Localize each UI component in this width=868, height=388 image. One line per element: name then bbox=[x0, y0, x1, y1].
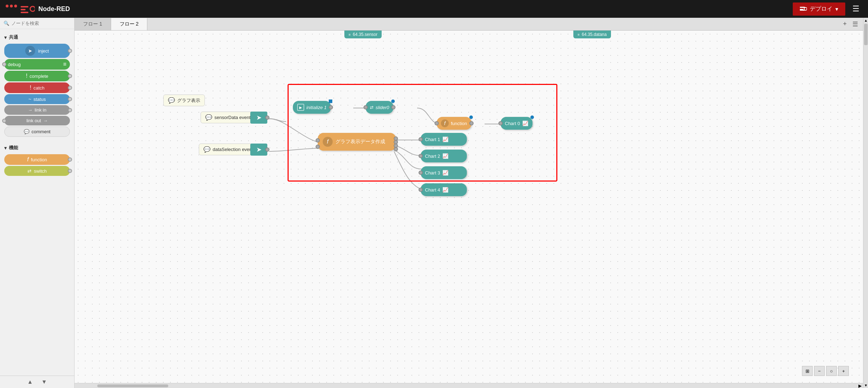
chart2-node[interactable]: Chart 2 📈 bbox=[421, 150, 467, 162]
tab-flow1[interactable]: フロー 1 bbox=[75, 18, 111, 30]
sensor-arrow-node: ➤ bbox=[250, 112, 267, 124]
svg-rect-4 bbox=[800, 7, 805, 8]
canvas-controls: ⊞ − ○ + bbox=[802, 366, 849, 376]
chart1-node[interactable]: Chart 1 📈 bbox=[421, 133, 467, 146]
svg-rect-1 bbox=[21, 9, 26, 10]
func-port-right bbox=[469, 121, 474, 125]
grafdata-port-l1 bbox=[316, 138, 320, 142]
complete-icon: ! bbox=[26, 73, 27, 79]
chart3-icon: 📈 bbox=[442, 170, 448, 176]
node-comment[interactable]: 💬 comment bbox=[4, 126, 70, 137]
sidebar-up-btn[interactable]: ▲ bbox=[24, 377, 36, 387]
add-tab-button[interactable]: + bbox=[841, 20, 849, 28]
search-bar: 🔍 bbox=[0, 18, 74, 29]
tabs-right: + ☰ bbox=[841, 20, 863, 29]
chart3-label: Chart 3 bbox=[425, 170, 440, 176]
top-node-datana-label: 64.35.datana bbox=[582, 32, 607, 37]
deploy-arrow: ▾ bbox=[835, 6, 838, 12]
chart1-label: Chart 1 bbox=[425, 137, 440, 142]
function-small-label: function bbox=[451, 121, 467, 126]
chart4-icon: 📈 bbox=[442, 187, 448, 193]
scroll-down-btn[interactable]: ▼ bbox=[863, 383, 868, 388]
node-linkin[interactable]: → link in bbox=[4, 105, 70, 115]
chart3-node[interactable]: Chart 3 📈 bbox=[421, 166, 467, 179]
node-linkout[interactable]: link out → bbox=[4, 116, 70, 125]
h-scroll-thumb[interactable] bbox=[97, 384, 168, 387]
node-complete[interactable]: ! complete bbox=[4, 71, 70, 81]
function-label: function bbox=[31, 157, 47, 162]
func-blue-dot bbox=[469, 115, 473, 119]
zoom-fit-button[interactable]: ○ bbox=[826, 366, 837, 376]
comment-grafuhyoji: 💬 グラフ表示 bbox=[163, 95, 205, 106]
function-small-node[interactable]: f function bbox=[437, 117, 471, 130]
tab-flow2-label: フロー 2 bbox=[120, 21, 139, 27]
header-left: Node-RED bbox=[6, 5, 70, 13]
chart2-port-left bbox=[419, 154, 423, 158]
canvas-wrapper: ≡ 64.35.sensor ≡ 64.35.datana 💬 グラフ表示 💬 bbox=[75, 31, 863, 388]
menu-icon[interactable]: ☰ bbox=[850, 3, 862, 15]
function-small-icon: f bbox=[441, 119, 449, 127]
scroll-right-btn[interactable]: ▶ bbox=[858, 383, 862, 388]
initialize-node[interactable]: ▶ initialize 1 bbox=[293, 101, 331, 114]
grafdata-port-l2 bbox=[316, 145, 320, 149]
section-header-function[interactable]: ▾ 機能 bbox=[0, 142, 74, 153]
header-right: デプロイ ▾ ☰ bbox=[793, 2, 862, 16]
linkin-icon: → bbox=[28, 107, 32, 113]
tab-flow2[interactable]: フロー 2 bbox=[111, 18, 148, 30]
debug-port-left bbox=[2, 62, 6, 66]
function-port bbox=[68, 157, 72, 162]
zoom-out-button[interactable]: − bbox=[814, 366, 825, 376]
init-blue-dot bbox=[329, 99, 332, 103]
chart0-blue-dot bbox=[530, 115, 534, 119]
section-header-common[interactable]: ▾ 共通 bbox=[0, 32, 74, 43]
scroll-up-btn[interactable]: ▲ bbox=[863, 18, 868, 23]
sidebar-content: ▾ 共通 ➤ inject debug ≡ ! complete ! catch bbox=[0, 29, 74, 376]
v-scroll-thumb[interactable] bbox=[864, 24, 868, 45]
init-port-right bbox=[329, 105, 333, 109]
zoom-in-button[interactable]: + bbox=[838, 366, 849, 376]
svg-rect-2 bbox=[21, 12, 28, 13]
sensor-port-right bbox=[265, 115, 269, 120]
node-switch[interactable]: ⇄ switch bbox=[4, 166, 70, 176]
tab-flow1-label: フロー 1 bbox=[83, 21, 102, 27]
app-title: Node-RED bbox=[38, 5, 70, 13]
complete-label: complete bbox=[29, 74, 48, 79]
node-catch[interactable]: ! catch bbox=[4, 82, 70, 93]
node-debug[interactable]: debug ≡ bbox=[4, 59, 70, 70]
node-status[interactable]: ~ status bbox=[4, 94, 70, 104]
catch-label: catch bbox=[33, 85, 44, 91]
sidebar-bottom: ▲ ▼ bbox=[0, 376, 74, 388]
initialize-label: initialize 1 bbox=[306, 105, 327, 110]
comment-sensordata-icon: 💬 bbox=[205, 114, 212, 121]
slider-port-right bbox=[391, 105, 395, 109]
switch-port bbox=[68, 169, 72, 173]
wires-svg bbox=[75, 31, 863, 383]
sidebar-down-btn[interactable]: ▼ bbox=[39, 377, 50, 387]
chart0-node[interactable]: Chart 0 📈 bbox=[501, 117, 533, 130]
node-inject[interactable]: ➤ inject bbox=[4, 44, 70, 58]
canvas-area: フロー 1 フロー 2 + ☰ bbox=[75, 18, 863, 388]
init-box-icon: ▶ bbox=[297, 104, 304, 111]
search-input[interactable] bbox=[11, 21, 71, 26]
view-grid-button[interactable]: ⊞ bbox=[802, 366, 813, 376]
slider0-node[interactable]: ⇄ slider0 bbox=[366, 101, 393, 114]
node-function[interactable]: f function bbox=[4, 154, 70, 165]
status-label: status bbox=[33, 97, 46, 102]
sensor-arrow-icon: ➤ bbox=[256, 114, 262, 122]
horizontal-scrollbar[interactable]: ▶ bbox=[75, 383, 863, 388]
deploy-button[interactable]: デプロイ ▾ bbox=[793, 2, 845, 16]
top-node-datana: ≡ 64.35.datana bbox=[573, 31, 611, 38]
switch-icon: ⇄ bbox=[27, 168, 32, 174]
catch-icon: ! bbox=[30, 85, 31, 91]
tab-list-button[interactable]: ☰ bbox=[850, 20, 860, 29]
section-common-label: 共通 bbox=[9, 34, 18, 41]
grafdata-node[interactable]: f グラフ表示データ作成 bbox=[318, 133, 396, 151]
flow-canvas[interactable]: ≡ 64.35.sensor ≡ 64.35.datana 💬 グラフ表示 💬 bbox=[75, 31, 863, 383]
chart4-node[interactable]: Chart 4 📈 bbox=[421, 183, 467, 196]
logo-svg bbox=[21, 5, 35, 13]
grafdata-label: グラフ表示データ作成 bbox=[335, 139, 385, 145]
vertical-scrollbar[interactable]: ▲ ▼ bbox=[863, 18, 868, 388]
sidebar: 🔍 ▾ 共通 ➤ inject debug ≡ ! complete bbox=[0, 18, 75, 388]
slider-port-left bbox=[364, 105, 368, 109]
chart4-port-left bbox=[419, 188, 423, 192]
